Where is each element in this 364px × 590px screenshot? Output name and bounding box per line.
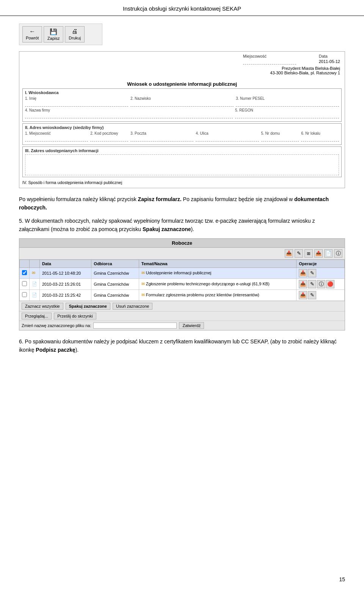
przegladaj-button[interactable]: Przeglądaj... xyxy=(22,313,52,319)
row2-date: 2010-03-22 15:26:01 xyxy=(40,278,91,289)
pesel-value xyxy=(236,101,339,107)
row1-check[interactable] xyxy=(20,267,30,278)
form-row-1: 1. Imię 2. Nazwisko 3. Numer PESEL xyxy=(25,96,339,107)
robocze-bottom3: Zmień nazwę zaznaczonego pliku na: Zatwi… xyxy=(19,321,345,330)
field-pesel: 3. Numer PESEL xyxy=(236,96,339,107)
row3-checkbox[interactable] xyxy=(22,292,27,297)
row1-date: 2011-05-12 10:48:20 xyxy=(40,267,91,278)
spakuj-zaznaczone-button[interactable]: Spakuj zaznaczone xyxy=(66,303,110,310)
row2-action4[interactable]: 🔴 xyxy=(326,280,334,288)
save-button[interactable]: 💾 Zapisz xyxy=(44,26,63,42)
field-regon: 5. REGON xyxy=(235,108,339,118)
col-check xyxy=(20,260,30,267)
robocze-table: Data Odbiorca Temat/Nazwa Operacje ✉ 201… xyxy=(19,260,345,301)
paragraph-5: 5. W dokumentach roboczych, należy spako… xyxy=(19,217,345,234)
form-section-2: II. Adres wnioskodawcy (siedziby firmy) … xyxy=(22,123,342,145)
przeslij-button[interactable]: Prześlij do skrzynki xyxy=(54,313,96,319)
save-icon: 💾 xyxy=(50,28,57,35)
zakres-textarea xyxy=(25,154,339,175)
paragraph-6: 6. Po spakowaniu dokumentów należy je po… xyxy=(19,337,345,354)
row2-action3[interactable]: ⓘ xyxy=(317,280,325,288)
ulica-value xyxy=(196,136,259,142)
kod-value xyxy=(90,136,128,142)
row3-icon: 📄 xyxy=(30,289,40,301)
zaznacz-wszystkie-button[interactable]: Zaznacz wszystkie xyxy=(22,303,63,310)
col-operacje: Operacje xyxy=(297,260,345,267)
regon-value xyxy=(235,113,339,118)
row1-temat: ✉ Udostępnienie informacji publicznej xyxy=(139,267,297,278)
field-nr-lokalu: 6. Nr lokalu xyxy=(301,131,339,142)
row1-checkbox[interactable] xyxy=(22,270,27,275)
robocze-icon-6[interactable]: ⓘ xyxy=(334,249,342,258)
row2-actions: 📥 ✎ ⓘ 🔴 xyxy=(297,278,345,289)
robocze-icon-3[interactable]: 🗉 xyxy=(304,249,313,258)
imie-value xyxy=(25,101,128,107)
row2-odbiorca: Gmina Czernichów xyxy=(91,278,139,289)
page-title: Instrukcja obsługi skrzynki kontaktowej … xyxy=(0,0,364,16)
print-button[interactable]: 🖨 Drukuj xyxy=(65,26,85,42)
row1-actions: 📥 ✎ xyxy=(297,267,345,278)
usun-zaznaczone-button[interactable]: Usuń zaznaczone xyxy=(113,303,152,310)
robocze-container: Robocze 📥 ✎ 🗉 📤 📄 ⓘ Data Odbiorca Temat/… xyxy=(19,238,345,330)
field-addr-miejscowosc: 1. Miejscowość xyxy=(25,131,88,142)
row3-action2[interactable]: ✎ xyxy=(308,291,316,299)
row2-temat: ✉ Zgłoszenie problemu technicznego dotyc… xyxy=(139,278,297,289)
row3-actions: 📥 ✎ xyxy=(297,289,345,301)
section-4-label: IV. Sposób i forma udostępnienia informa… xyxy=(19,179,345,188)
row2-action1[interactable]: 📥 xyxy=(299,280,307,288)
col-temat: Temat/Nazwa xyxy=(139,260,297,267)
nazwa-firmy-value xyxy=(25,113,233,118)
back-button[interactable]: ← Powrót xyxy=(22,26,42,42)
robocze-icon-2[interactable]: ✎ xyxy=(295,249,303,258)
nazwisko-value xyxy=(130,101,234,107)
print-icon: 🖨 xyxy=(72,28,78,35)
row2-icon: 📄 xyxy=(30,278,40,289)
table-row: 📄 2010-03-22 15:25:42 Gmina Czernichów ✉… xyxy=(20,289,345,301)
field-nr-domu: 5. Nr domu xyxy=(261,131,299,142)
robocze-icon-5[interactable]: 📄 xyxy=(324,249,333,258)
doc2-icon: 📄 xyxy=(32,293,37,297)
addr-miejscowosc-value xyxy=(25,136,88,142)
miejscowosc-col: Miejscowość xyxy=(243,54,296,65)
row2-action2[interactable]: ✎ xyxy=(308,280,316,288)
doc-icon: 📄 xyxy=(32,282,37,286)
field-nazwa-firmy: 4. Nazwa firmy xyxy=(25,108,233,118)
row3-check[interactable] xyxy=(20,289,30,301)
form-addr-row: 1. Miejscowość 2. Kod pocztowy 3. Poczta… xyxy=(25,131,339,142)
envelope-icon: ✉ xyxy=(32,271,35,275)
form-container: Miejscowość Data 2011-05-12 Prezydent Mi… xyxy=(19,51,345,188)
miejscowosc-value xyxy=(243,59,296,65)
form-row-2: 4. Nazwa firmy 5. REGON xyxy=(25,108,339,118)
robocze-icon-1[interactable]: 📥 xyxy=(285,249,293,258)
field-kod: 2. Kod pocztowy xyxy=(90,131,128,142)
zatwierdz-button[interactable]: Zatwierdź xyxy=(179,322,204,329)
rename-input[interactable] xyxy=(93,323,177,329)
row3-action1[interactable]: 📥 xyxy=(299,291,307,299)
row1-action1[interactable]: 📥 xyxy=(299,269,307,277)
robocze-toolbar: 📥 ✎ 🗉 📤 📄 ⓘ xyxy=(19,248,345,260)
form-section-3: III. Zakres udostępnianych informacji xyxy=(22,146,342,177)
robocze-header: Robocze xyxy=(19,239,345,248)
data-col: Data 2011-05-12 xyxy=(319,54,340,65)
row1-odbiorca: Gmina Czernichów xyxy=(91,267,139,278)
robocze-bottom-bar: Zaznacz wszystkie Spakuj zaznaczone Usuń… xyxy=(19,301,345,311)
field-poczta: 3. Poczta xyxy=(130,131,193,142)
table-row: ✉ 2011-05-12 10:48:20 Gmina Czernichów ✉… xyxy=(20,267,345,278)
recipient-block: Prezydent Miasta Bielska-Białej 43-300 B… xyxy=(19,65,345,78)
form-title: Wniosek o udostępnienie informacji publi… xyxy=(19,81,345,87)
poczta-value xyxy=(130,136,193,142)
nr-domu-value xyxy=(261,136,299,142)
col-data: Data xyxy=(40,260,91,267)
row1-action2[interactable]: ✎ xyxy=(308,269,316,277)
col-odbiorca: Odbiorca xyxy=(91,260,139,267)
row1-icon: ✉ xyxy=(30,267,40,278)
row2-check[interactable] xyxy=(20,278,30,289)
table-row: 📄 2010-03-22 15:26:01 Gmina Czernichów ✉… xyxy=(20,278,345,289)
back-icon: ← xyxy=(29,28,35,35)
field-nazwisko: 2. Nazwisko xyxy=(130,96,234,107)
col-icon xyxy=(30,260,40,267)
nr-lokalu-value xyxy=(301,136,339,142)
field-imie: 1. Imię xyxy=(25,96,128,107)
robocze-icon-4[interactable]: 📤 xyxy=(314,249,323,258)
row2-checkbox[interactable] xyxy=(22,281,27,286)
